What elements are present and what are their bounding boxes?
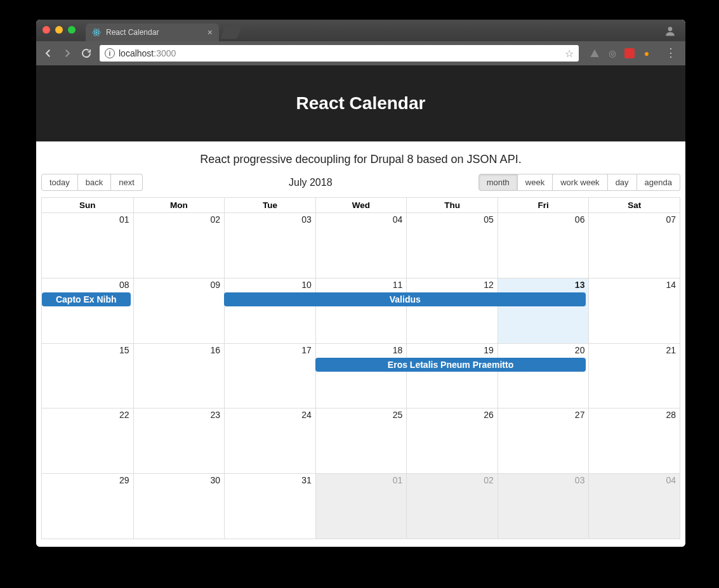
calendar-grid: SunMonTueWedThuFriSat 010203040506070809… (41, 197, 680, 539)
calendar-row: 01020304050607 (42, 212, 680, 278)
url-port: :3000 (154, 48, 176, 58)
day-cell[interactable] (315, 408, 407, 473)
day-cell[interactable] (406, 213, 498, 278)
day-cell[interactable] (224, 474, 315, 539)
extension-icons: ◎ ● (586, 48, 655, 59)
address-bar[interactable]: i localhost:3000 ☆ (100, 45, 579, 62)
close-window-button[interactable] (43, 26, 50, 34)
view-month-button[interactable]: month (478, 174, 518, 191)
day-header: Sun (42, 198, 133, 212)
forward-button[interactable] (62, 48, 73, 59)
day-header: Wed (315, 198, 407, 212)
url-text: localhost:3000 (119, 48, 561, 58)
day-cell[interactable] (133, 474, 225, 539)
next-nav-button[interactable]: next (111, 174, 143, 191)
day-cell[interactable] (133, 278, 225, 343)
red-extension-icon[interactable] (624, 48, 635, 58)
calendar-row: 15161718192021Eros Letalis Pneum Praemit… (42, 343, 680, 408)
page-subtitle: React progressive decoupling for Drupal … (36, 141, 685, 174)
react-favicon-icon (92, 28, 101, 37)
url-host: localhost (119, 48, 154, 58)
window-controls (43, 26, 76, 34)
calendar-row: 22232425262728 (42, 408, 680, 473)
day-cell[interactable] (588, 474, 680, 539)
browser-toolbar: i localhost:3000 ☆ ◎ ● ⋮ (36, 41, 685, 65)
day-cell[interactable] (498, 278, 589, 343)
day-cell[interactable] (406, 278, 498, 343)
day-cell[interactable] (588, 278, 680, 343)
calendar-row: 08091011121314Capto Ex NibhValidus (42, 278, 680, 343)
day-cell[interactable] (406, 474, 498, 539)
maximize-window-button[interactable] (68, 26, 76, 34)
tab-title: React Calendar (106, 28, 159, 37)
back-nav-button[interactable]: back (78, 174, 111, 191)
day-cell[interactable] (224, 344, 315, 408)
day-cell[interactable] (224, 278, 315, 343)
day-cell[interactable] (133, 344, 225, 408)
circle-extension-icon[interactable]: ◎ (607, 48, 618, 59)
day-cell[interactable] (42, 278, 133, 343)
day-cell[interactable] (498, 408, 589, 473)
day-cell[interactable] (315, 474, 407, 539)
browser-tab[interactable]: React Calendar × (86, 23, 219, 41)
page-hero: React Calendar (36, 65, 685, 141)
orange-extension-icon[interactable]: ● (641, 48, 652, 59)
day-cell[interactable] (224, 408, 315, 473)
reload-button[interactable] (81, 48, 92, 59)
view-button-group: month week work week day agenda (478, 174, 680, 191)
day-cell[interactable] (42, 213, 133, 278)
day-cell[interactable] (42, 474, 133, 539)
day-cell[interactable] (133, 408, 225, 473)
new-tab-button[interactable] (220, 26, 241, 39)
day-header: Mon (133, 198, 225, 212)
vue-extension-icon[interactable] (589, 48, 600, 59)
today-button[interactable]: today (41, 174, 78, 191)
day-cell[interactable] (42, 344, 133, 408)
day-header: Tue (224, 198, 315, 212)
day-cell[interactable] (42, 408, 133, 473)
day-cell[interactable] (406, 408, 498, 473)
day-header: Fri (498, 198, 589, 212)
calendar-body: 0102030405060708091011121314Capto Ex Nib… (42, 212, 680, 539)
view-day-button[interactable]: day (608, 174, 637, 191)
day-header: Thu (406, 198, 498, 212)
calendar-toolbar: today back next July 2018 month week wor… (36, 174, 685, 197)
day-cell[interactable] (224, 213, 315, 278)
calendar-event[interactable]: Eros Letalis Pneum Praemitto (315, 358, 586, 372)
view-workweek-button[interactable]: work week (553, 174, 607, 191)
day-cell[interactable] (588, 408, 680, 473)
day-cell[interactable] (498, 344, 589, 408)
site-info-icon[interactable]: i (105, 48, 115, 58)
profile-icon[interactable] (664, 25, 676, 37)
bookmark-star-icon[interactable]: ☆ (565, 48, 574, 60)
calendar-row: 29303101020304 (42, 473, 680, 539)
view-agenda-button[interactable]: agenda (637, 174, 680, 191)
day-header: Sat (588, 198, 680, 212)
browser-menu-button[interactable]: ⋮ (663, 51, 679, 55)
day-cell[interactable] (588, 344, 680, 408)
day-cell[interactable] (498, 213, 589, 278)
day-cell[interactable] (315, 213, 407, 278)
day-cell[interactable] (315, 278, 407, 343)
day-cell[interactable] (133, 213, 225, 278)
svg-point-4 (668, 27, 673, 31)
minimize-window-button[interactable] (55, 26, 63, 34)
calendar-header-row: SunMonTueWedThuFriSat (42, 198, 680, 212)
day-cell[interactable] (315, 344, 407, 408)
day-cell[interactable] (498, 474, 589, 539)
calendar-event[interactable]: Validus (224, 292, 586, 306)
back-button[interactable] (43, 48, 54, 59)
calendar-month-label: July 2018 (289, 177, 333, 188)
nav-button-group: today back next (41, 174, 143, 191)
calendar-event[interactable]: Capto Ex Nibh (42, 292, 131, 306)
day-cell[interactable] (588, 213, 680, 278)
page-title: React Calendar (296, 93, 426, 114)
page-content: React Calendar React progressive decoupl… (36, 65, 685, 547)
close-tab-button[interactable]: × (208, 28, 213, 37)
browser-window: React Calendar × i localhost:3000 ☆ (36, 20, 685, 547)
day-cell[interactable] (406, 344, 498, 408)
tab-bar: React Calendar × (36, 20, 685, 41)
svg-point-0 (96, 32, 98, 34)
view-week-button[interactable]: week (518, 174, 553, 191)
